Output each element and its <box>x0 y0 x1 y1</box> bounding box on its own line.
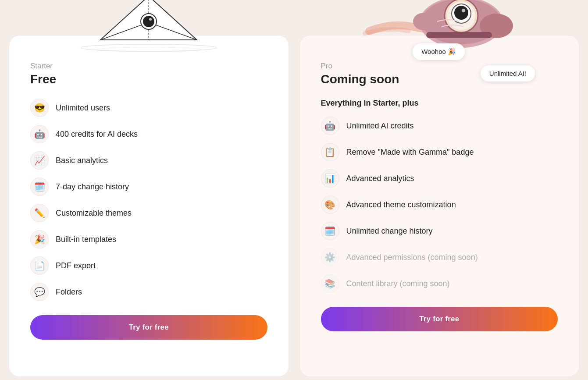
feature-label: Content library (coming soon) <box>346 279 450 288</box>
feature-icon: 📈 <box>30 151 49 170</box>
starter-feature-item: 🗓️7-day change history <box>30 178 267 196</box>
feature-icon: 📄 <box>30 256 49 275</box>
feature-label: Folders <box>56 288 82 297</box>
feature-label: Advanced permissions (coming soon) <box>346 253 478 262</box>
pro-cta-button[interactable]: Try for free <box>321 307 558 331</box>
starter-feature-item: 💬Folders <box>30 283 267 301</box>
feature-label: Remove "Made with Gamma" badge <box>346 148 474 157</box>
feature-icon: 🎉 <box>30 230 49 249</box>
starter-plan-name: Starter <box>30 62 267 71</box>
woohoo-bubble: Woohoo 🎉 <box>413 43 465 60</box>
feature-label: Built-in templates <box>56 235 116 244</box>
starter-feature-item: 📈Basic analytics <box>30 151 267 170</box>
feature-icon: 🎨 <box>321 195 339 214</box>
feature-icon: 🗓️ <box>30 178 49 196</box>
svg-point-3 <box>143 16 154 27</box>
feature-label: Unlimited users <box>56 103 110 113</box>
unlimited-ai-bubble: Unlimited AI! <box>481 65 535 82</box>
starter-feature-item: 🎉Built-in templates <box>30 230 267 249</box>
pro-card: Woohoo 🎉 Unlimited AI! Pro Coming soon E… <box>299 35 580 377</box>
feature-icon: ✏️ <box>30 204 49 222</box>
pro-feature-item: 📊Advanced analytics <box>321 169 558 188</box>
svg-point-8 <box>413 13 435 30</box>
starter-feature-item: 📄PDF export <box>30 256 267 275</box>
feature-label: Basic analytics <box>56 156 108 165</box>
pro-feature-item: 🎨Advanced theme customization <box>321 195 558 214</box>
feature-label: Customizable themes <box>56 209 132 218</box>
pro-feature-item: ⚙️Advanced permissions (coming soon) <box>321 248 558 266</box>
pro-feature-item: 🗓️Unlimited change history <box>321 222 558 240</box>
feature-label: Unlimited change history <box>346 227 433 236</box>
svg-point-13 <box>462 9 465 12</box>
starter-features-list: 😎Unlimited users🤖400 credits for AI deck… <box>30 99 267 301</box>
svg-point-12 <box>454 6 468 20</box>
feature-icon: 🤖 <box>30 125 49 143</box>
feature-icon: 📋 <box>321 143 339 161</box>
svg-rect-14 <box>426 32 492 38</box>
starter-feature-item: 😎Unlimited users <box>30 99 267 117</box>
starter-card: Starter Free 😎Unlimited users🤖400 credit… <box>9 35 289 377</box>
starter-feature-item: ✏️Customizable themes <box>30 204 267 222</box>
feature-label: 7-day change history <box>56 182 129 192</box>
svg-point-4 <box>149 18 152 21</box>
woohoo-label: Woohoo 🎉 <box>421 48 456 55</box>
pro-feature-item: 🤖Unlimited AI credits <box>321 117 558 135</box>
feature-label: Advanced theme customization <box>346 200 456 210</box>
starter-cta-button[interactable]: Try for free <box>30 315 267 340</box>
starter-plan-price: Free <box>30 72 267 86</box>
unlimited-ai-label: Unlimited AI! <box>489 70 526 77</box>
feature-icon: 📊 <box>321 169 339 188</box>
pro-feature-item: 📚Content library (coming soon) <box>321 274 558 293</box>
pro-feature-item: 📋Remove "Made with Gamma" badge <box>321 143 558 161</box>
feature-label: 400 credits for AI decks <box>56 130 138 139</box>
feature-icon: 📚 <box>321 274 339 293</box>
feature-label: Advanced analytics <box>346 174 414 183</box>
feature-icon: 🤖 <box>321 117 339 135</box>
feature-icon: 🗓️ <box>321 222 339 240</box>
pro-features-heading: Everything in Starter, plus <box>321 99 558 108</box>
pro-features-list: 🤖Unlimited AI credits📋Remove "Made with … <box>321 117 558 293</box>
feature-label: Unlimited AI credits <box>346 121 414 131</box>
starter-illustration <box>74 0 223 53</box>
feature-label: PDF export <box>56 261 96 270</box>
starter-feature-item: 🤖400 credits for AI decks <box>30 125 267 143</box>
feature-icon: ⚙️ <box>321 248 339 266</box>
svg-point-0 <box>81 44 217 51</box>
pricing-container: Starter Free 😎Unlimited users🤖400 credit… <box>0 0 588 377</box>
feature-icon: 😎 <box>30 99 49 117</box>
feature-icon: 💬 <box>30 283 49 301</box>
